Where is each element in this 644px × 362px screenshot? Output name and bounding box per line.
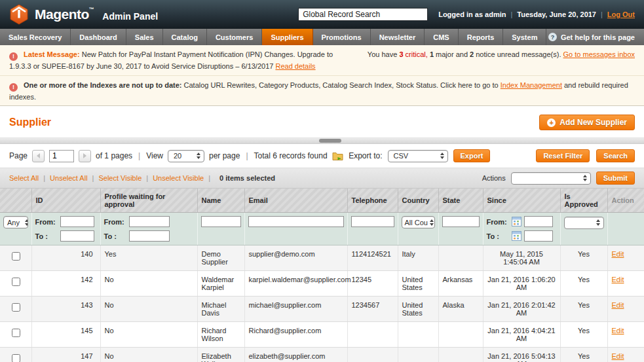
id-to-input[interactable] [60, 230, 94, 242]
nav-suppliers[interactable]: Suppliers [262, 29, 313, 45]
column-header-telephone[interactable]: Telephone [347, 189, 398, 213]
actions-select[interactable] [511, 172, 591, 185]
cell-profile: No [100, 297, 197, 322]
content-divider [0, 137, 644, 144]
logout-link[interactable]: Log Out [607, 10, 635, 18]
submit-button[interactable]: Submit [596, 172, 635, 185]
separator: | [138, 151, 140, 160]
country-select[interactable]: All Cou [402, 216, 435, 228]
search-button[interactable]: Search [596, 149, 635, 162]
edit-link[interactable]: Edit [612, 250, 624, 258]
profile-filter-cell: From: To : [100, 213, 197, 245]
checkbox-column-header [0, 189, 31, 213]
latest-message: You have 3 critical, 1 major and 2 notic… [0, 45, 644, 76]
id-from-input[interactable] [60, 216, 94, 227]
nav-promotions[interactable]: Promotions [313, 29, 371, 45]
index-message: One or more of the Indexes are not up to… [0, 76, 644, 106]
global-search-input[interactable] [298, 8, 428, 21]
column-header-email[interactable]: Email [244, 189, 347, 213]
since-from-input[interactable] [524, 216, 553, 227]
since-to-input[interactable] [524, 230, 553, 242]
column-header-state[interactable]: State [438, 189, 483, 213]
separator: | [43, 174, 45, 182]
column-header-profile[interactable]: Profile waiting for approval [100, 189, 197, 213]
email-filter-cell [244, 213, 347, 245]
add-new-supplier-button[interactable]: Add New Supplier [539, 115, 635, 130]
horizontal-scrollbar-thumb[interactable] [319, 139, 341, 143]
cell-country: United States [398, 297, 438, 322]
edit-link[interactable]: Edit [612, 301, 624, 309]
nav-system[interactable]: System [503, 29, 546, 45]
supplier-grid: ID Profile waiting for approval Name Ema… [0, 189, 644, 362]
view-label: View [146, 151, 163, 160]
read-details-link[interactable]: Read details [275, 62, 315, 70]
calendar-icon[interactable] [512, 217, 521, 226]
nav-catalog[interactable]: Catalog [163, 29, 207, 45]
is-approved-select[interactable] [564, 217, 604, 229]
unselect-all-link[interactable]: Unselect All [50, 174, 87, 182]
magento-logo[interactable]: Magento™ Admin Panel [9, 4, 158, 25]
cell-is-approved: Yes [560, 271, 607, 297]
nav-customers[interactable]: Customers [207, 29, 262, 45]
country-filter-cell: All Cou [398, 213, 438, 245]
table-row: 143 No Michael Davis michael@supplier.co… [0, 297, 644, 322]
edit-link[interactable]: Edit [612, 352, 624, 360]
export-button[interactable]: Export [453, 149, 491, 162]
cell-country: United States [398, 271, 438, 297]
cell-state [438, 348, 483, 362]
edit-link[interactable]: Edit [612, 327, 624, 335]
row-checkbox[interactable] [12, 354, 20, 362]
index-management-link[interactable]: Index Management [501, 81, 562, 89]
approved-filter-cell [560, 213, 607, 245]
state-filter-input[interactable] [442, 216, 480, 227]
calendar-icon[interactable] [512, 231, 521, 241]
nav-sales[interactable]: Sales [126, 29, 163, 45]
cell-country [398, 348, 438, 362]
unselect-visible-link[interactable]: Unselect Visible [153, 174, 204, 182]
cell-since: Jan 21, 2016 5:04:13 AM [483, 348, 560, 362]
column-header-since[interactable]: Since [483, 189, 560, 213]
cell-id: 147 [31, 348, 100, 362]
next-page-button[interactable] [79, 150, 91, 162]
select-all-link[interactable]: Select All [9, 174, 39, 182]
column-header-id[interactable]: ID [31, 189, 100, 213]
get-help-link[interactable]: Get help for this page [548, 29, 644, 45]
select-arrows-icon [440, 153, 444, 159]
page-number-input[interactable] [49, 150, 74, 162]
reset-filter-button[interactable]: Reset Filter [536, 149, 590, 162]
row-checkbox[interactable] [12, 303, 20, 312]
nav-cms[interactable]: CMS [425, 29, 458, 45]
nav-reports[interactable]: Reports [459, 29, 504, 45]
cell-name: Demo Supplier [197, 245, 244, 271]
telephone-filter-input[interactable] [351, 216, 394, 227]
profile-to-input[interactable] [129, 230, 170, 242]
messages-inbox-link[interactable]: Go to messages inbox [563, 50, 635, 58]
name-filter-input[interactable] [201, 216, 241, 227]
export-format-select[interactable]: CSV [388, 150, 448, 162]
any-select[interactable]: Any [3, 216, 28, 228]
row-checkbox[interactable] [12, 252, 20, 261]
edit-link[interactable]: Edit [612, 276, 624, 283]
previous-page-button[interactable] [32, 150, 45, 162]
telephone-filter-cell [347, 213, 398, 245]
nav-dashboard[interactable]: Dashboard [71, 29, 126, 45]
column-header-action: Action [607, 189, 644, 213]
column-header-country[interactable]: Country [398, 189, 438, 213]
select-visible-link[interactable]: Select Visible [98, 174, 142, 182]
row-checkbox[interactable] [12, 329, 20, 337]
country-select-value: All Cou [405, 219, 428, 226]
profile-from-input[interactable] [129, 216, 170, 227]
to-label: To : [104, 232, 126, 240]
nav-sales-recovery[interactable]: Sales Recovery [0, 29, 71, 45]
page-label: Page [9, 151, 28, 160]
per-page-select[interactable]: 20 [168, 150, 204, 162]
column-header-is-approved[interactable]: Is Approved [560, 189, 607, 213]
nav-newsletter[interactable]: Newsletter [371, 29, 425, 45]
cell-telephone: 1124124521 [347, 245, 398, 271]
from-label: From: [104, 218, 126, 226]
column-header-name[interactable]: Name [197, 189, 244, 213]
row-checkbox[interactable] [12, 278, 20, 286]
email-filter-input[interactable] [248, 216, 344, 227]
major-count: 1 [430, 50, 434, 58]
latest-message-label: Latest Message: [24, 50, 80, 58]
